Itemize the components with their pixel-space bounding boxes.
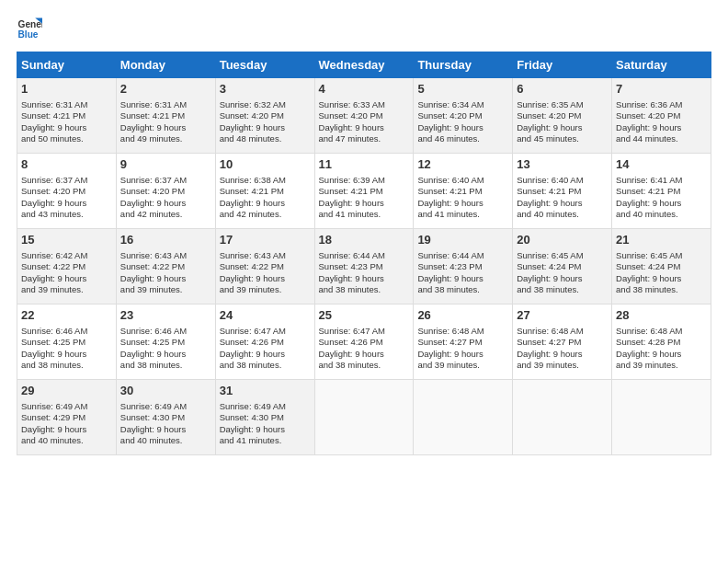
calendar-cell: 23Sunrise: 6:46 AMSunset: 4:25 PMDayligh…: [116, 304, 215, 380]
day-number: 21: [616, 233, 707, 248]
sunrise-text: Sunrise: 6:49 AM: [220, 401, 286, 411]
calendar-cell: 26Sunrise: 6:48 AMSunset: 4:27 PMDayligh…: [414, 304, 513, 380]
daylight-text-line2: and 48 minutes.: [220, 133, 282, 144]
daylight-text-line1: Daylight: 9 hours: [319, 273, 384, 283]
daylight-text-line2: and 38 minutes.: [319, 360, 381, 370]
calendar-body: 1Sunrise: 6:31 AMSunset: 4:21 PMDaylight…: [17, 78, 711, 455]
day-number: 24: [220, 308, 311, 324]
daylight-text-line1: Daylight: 9 hours: [517, 198, 582, 208]
sunset-text: Sunset: 4:21 PM: [319, 186, 383, 196]
sunrise-text: Sunrise: 6:47 AM: [220, 326, 286, 336]
day-number: 23: [120, 308, 211, 324]
sunrise-text: Sunrise: 6:31 AM: [120, 99, 187, 109]
daylight-text-line1: Daylight: 9 hours: [21, 273, 86, 283]
daylight-text-line2: and 39 minutes.: [220, 284, 282, 294]
sunrise-text: Sunrise: 6:41 AM: [616, 175, 682, 185]
weekday-header-monday: Monday: [116, 52, 215, 78]
calendar-cell: 6Sunrise: 6:35 AMSunset: 4:20 PMDaylight…: [513, 78, 612, 154]
weekday-header-tuesday: Tuesday: [215, 52, 314, 78]
sunset-text: Sunset: 4:21 PM: [21, 110, 85, 121]
daylight-text-line2: and 38 minutes.: [616, 284, 678, 294]
calendar-cell: 13Sunrise: 6:40 AMSunset: 4:21 PMDayligh…: [513, 154, 612, 229]
day-number: 29: [21, 384, 112, 399]
sunset-text: Sunset: 4:21 PM: [220, 186, 284, 196]
sunset-text: Sunset: 4:20 PM: [21, 186, 85, 196]
daylight-text-line1: Daylight: 9 hours: [120, 349, 186, 359]
calendar-cell: 4Sunrise: 6:33 AMSunset: 4:20 PMDaylight…: [314, 78, 414, 154]
day-number: 3: [220, 82, 311, 98]
header: General Blue: [17, 17, 711, 42]
sunrise-text: Sunrise: 6:40 AM: [417, 175, 483, 185]
sunrise-text: Sunrise: 6:49 AM: [21, 401, 87, 411]
day-number: 19: [417, 233, 508, 248]
daylight-text-line2: and 49 minutes.: [120, 133, 183, 144]
daylight-text-line2: and 38 minutes.: [120, 360, 183, 370]
daylight-text-line1: Daylight: 9 hours: [616, 349, 681, 359]
day-number: 4: [319, 82, 410, 98]
sunrise-text: Sunrise: 6:46 AM: [21, 326, 87, 336]
day-number: 22: [21, 308, 112, 324]
day-number: 10: [220, 157, 311, 173]
day-number: 20: [517, 233, 608, 248]
daylight-text-line1: Daylight: 9 hours: [417, 273, 483, 283]
day-number: 31: [220, 384, 311, 399]
day-number: 9: [120, 157, 211, 173]
daylight-text-line2: and 40 minutes.: [616, 209, 678, 219]
day-number: 11: [319, 157, 410, 173]
logo: General Blue: [17, 17, 44, 42]
sunset-text: Sunset: 4:23 PM: [319, 261, 383, 271]
day-number: 25: [319, 308, 410, 324]
calendar-cell: [513, 380, 612, 455]
daylight-text-line1: Daylight: 9 hours: [120, 198, 186, 208]
daylight-text-line1: Daylight: 9 hours: [517, 349, 582, 359]
daylight-text-line2: and 46 minutes.: [417, 133, 480, 144]
sunset-text: Sunset: 4:21 PM: [616, 186, 680, 196]
calendar-cell: 1Sunrise: 6:31 AMSunset: 4:21 PMDaylight…: [17, 78, 117, 154]
sunrise-text: Sunrise: 6:48 AM: [616, 326, 682, 336]
daylight-text-line2: and 45 minutes.: [517, 133, 579, 144]
daylight-text-line2: and 41 minutes.: [417, 209, 480, 219]
calendar-cell: 14Sunrise: 6:41 AMSunset: 4:21 PMDayligh…: [612, 154, 711, 229]
daylight-text-line2: and 40 minutes.: [120, 435, 183, 445]
daylight-text-line2: and 44 minutes.: [616, 133, 678, 144]
calendar-cell: 9Sunrise: 6:37 AMSunset: 4:20 PMDaylight…: [116, 154, 215, 229]
sunrise-text: Sunrise: 6:39 AM: [319, 175, 385, 185]
daylight-text-line2: and 38 minutes.: [417, 284, 480, 294]
daylight-text-line1: Daylight: 9 hours: [517, 122, 582, 132]
day-number: 6: [517, 82, 608, 98]
calendar-cell: 12Sunrise: 6:40 AMSunset: 4:21 PMDayligh…: [414, 154, 513, 229]
calendar-page: General Blue SundayMondayTuesdayWednesda…: [0, 0, 728, 563]
daylight-text-line1: Daylight: 9 hours: [220, 198, 285, 208]
sunrise-text: Sunrise: 6:46 AM: [120, 326, 187, 336]
calendar-cell: 19Sunrise: 6:44 AMSunset: 4:23 PMDayligh…: [414, 229, 513, 304]
day-number: 2: [120, 82, 211, 98]
sunset-text: Sunset: 4:20 PM: [616, 110, 680, 121]
week-row-5: 29Sunrise: 6:49 AMSunset: 4:29 PMDayligh…: [17, 380, 711, 455]
calendar-cell: 30Sunrise: 6:49 AMSunset: 4:30 PMDayligh…: [116, 380, 215, 455]
calendar-cell: 16Sunrise: 6:43 AMSunset: 4:22 PMDayligh…: [116, 229, 215, 304]
svg-text:Blue: Blue: [18, 29, 39, 40]
daylight-text-line2: and 40 minutes.: [21, 435, 84, 445]
sunrise-text: Sunrise: 6:45 AM: [517, 250, 583, 260]
daylight-text-line1: Daylight: 9 hours: [220, 122, 285, 132]
sunrise-text: Sunrise: 6:40 AM: [517, 175, 583, 185]
day-number: 30: [120, 384, 211, 399]
calendar-cell: 20Sunrise: 6:45 AMSunset: 4:24 PMDayligh…: [513, 229, 612, 304]
calendar-cell: 5Sunrise: 6:34 AMSunset: 4:20 PMDaylight…: [414, 78, 513, 154]
day-number: 14: [616, 157, 707, 173]
calendar-cell: 10Sunrise: 6:38 AMSunset: 4:21 PMDayligh…: [215, 154, 314, 229]
daylight-text-line1: Daylight: 9 hours: [319, 198, 384, 208]
day-number: 8: [21, 157, 112, 173]
daylight-text-line2: and 39 minutes.: [417, 360, 480, 370]
sunset-text: Sunset: 4:24 PM: [616, 261, 680, 271]
daylight-text-line2: and 40 minutes.: [517, 209, 579, 219]
day-number: 26: [417, 308, 508, 324]
sunset-text: Sunset: 4:26 PM: [220, 337, 284, 347]
week-row-4: 22Sunrise: 6:46 AMSunset: 4:25 PMDayligh…: [17, 304, 711, 380]
calendar-cell: 21Sunrise: 6:45 AMSunset: 4:24 PMDayligh…: [612, 229, 711, 304]
sunset-text: Sunset: 4:27 PM: [517, 337, 581, 347]
week-row-3: 15Sunrise: 6:42 AMSunset: 4:22 PMDayligh…: [17, 229, 711, 304]
day-number: 17: [220, 233, 311, 248]
daylight-text-line1: Daylight: 9 hours: [417, 122, 483, 132]
daylight-text-line1: Daylight: 9 hours: [220, 349, 285, 359]
